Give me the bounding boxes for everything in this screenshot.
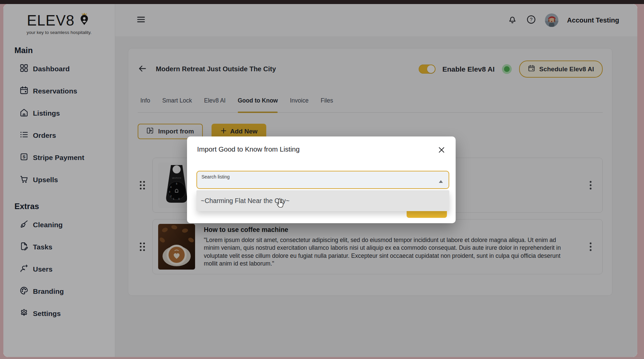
modal-title: Import Good to Know from Listing <box>197 145 300 153</box>
window-frame-top <box>0 0 644 4</box>
app-window: ELEV8 your key to seamless hospitality. … <box>3 4 637 357</box>
screenshot-root: { "colors": { "accent_gold": "#eab82e", … <box>0 0 644 359</box>
close-icon[interactable] <box>438 146 446 155</box>
import-modal: Import Good to Know from Listing ~Charmi… <box>187 136 456 223</box>
modal-head: Import Good to Know from Listing <box>197 145 446 155</box>
mouse-cursor-icon <box>276 198 285 210</box>
listing-dropdown: ~Charming Flat Near the City~ <box>196 190 449 211</box>
chevron-up-icon[interactable] <box>439 178 443 185</box>
listing-search-combobox <box>196 171 449 189</box>
search-input[interactable] <box>201 174 434 180</box>
